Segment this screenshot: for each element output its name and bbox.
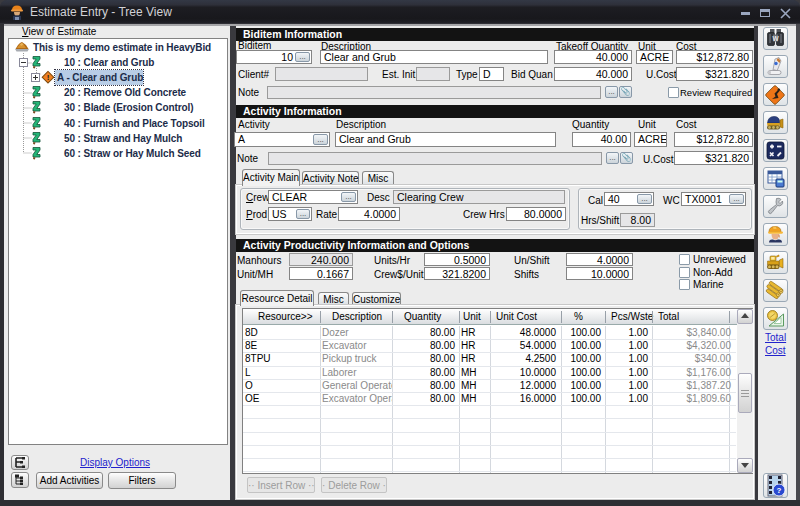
svg-text:W: W xyxy=(772,35,779,42)
svg-text:!: ! xyxy=(47,73,50,82)
svg-text:?: ? xyxy=(777,486,782,495)
